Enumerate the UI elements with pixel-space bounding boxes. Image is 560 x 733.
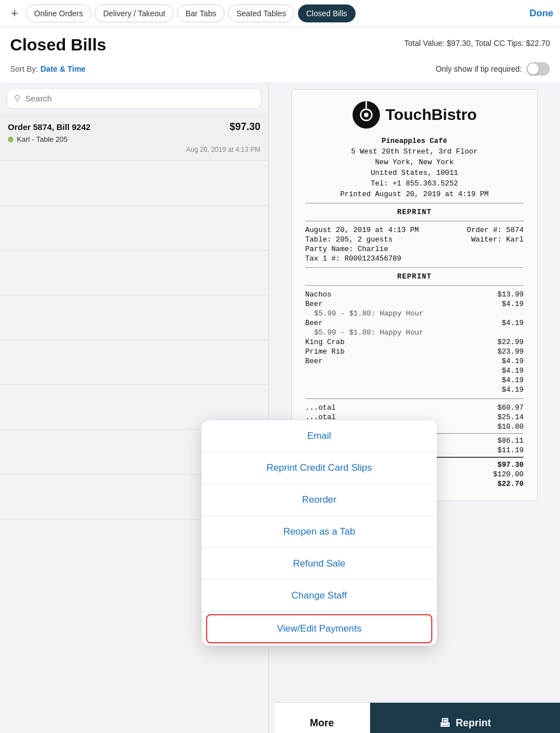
order-date: Aug 20, 2019 at 4:13 PM: [8, 146, 260, 154]
receipt-divider-4: [305, 285, 524, 286]
sort-value[interactable]: Date & Time: [40, 64, 86, 73]
top-navigation: + Online Orders Delivery / Takeout Bar T…: [0, 0, 560, 27]
touchbistro-logo-icon: [352, 101, 380, 129]
receipt-order-datetime: August 20, 2019 at 4:13 PM Order #: 5874: [305, 226, 524, 234]
dropdown-view-edit-payments[interactable]: View/Edit Payments: [206, 614, 432, 643]
search-input[interactable]: [25, 94, 254, 103]
item-beer-3: Beer$4.19: [305, 357, 524, 365]
empty-row-5: [0, 340, 268, 385]
reprint-label-1: REPRINT: [305, 208, 524, 216]
dropdown-refund[interactable]: Refund Sale: [202, 548, 437, 580]
tab-seated-tables[interactable]: Seated Tables: [228, 4, 294, 22]
order-id: Order 5874, Bill 9242: [8, 122, 91, 132]
sort-by-row: Sort By: Date & Time: [10, 64, 86, 74]
restaurant-address2: New York, New York: [305, 158, 524, 166]
order-table: Karl - Table 205: [17, 135, 68, 143]
tab-delivery-takeout[interactable]: Delivery / Takeout: [95, 4, 174, 22]
order-item[interactable]: Order 5874, Bill 9242 $97.30 Karl - Tabl…: [0, 114, 268, 161]
svg-point-2: [364, 113, 368, 117]
item-extra-2: $4.19: [305, 376, 524, 384]
dropdown-change-staff[interactable]: Change Staff: [202, 580, 437, 612]
receipt-logo-row: TouchBistro: [305, 101, 524, 129]
restaurant-tel: Tel: +1 855.363.5252: [305, 179, 524, 188]
empty-row-3: [0, 250, 268, 295]
order-amount: $97.30: [230, 121, 260, 133]
receipt-divider-3: [305, 267, 524, 268]
tab-closed-bills[interactable]: Closed Bills: [298, 4, 356, 22]
more-button[interactable]: More: [274, 703, 370, 733]
tip-toggle-row: Only show if tip required:: [436, 62, 550, 76]
done-button[interactable]: Done: [530, 8, 554, 19]
receipt-divider-1: [305, 203, 524, 203]
receipt-divider-5: [305, 398, 524, 399]
tab-bar-tabs[interactable]: Bar Tabs: [177, 4, 225, 22]
dropdown-email[interactable]: Email: [202, 420, 437, 452]
totals-summary: Total Value: $97.30, Total CC Tips: $22.…: [404, 35, 550, 48]
empty-row-1: [0, 161, 268, 206]
item-beer-2: Beer$4.19: [305, 319, 524, 327]
restaurant-address1: 5 West 20th Street, 3rd Floor: [305, 147, 524, 156]
item-prime-rib: Prime Rib$23.99: [305, 347, 524, 356]
item-beer-2-discount: $5.99 - $1.80: Happy Hour: [314, 328, 524, 337]
tip-required-toggle[interactable]: [526, 62, 550, 76]
receipt-brand: TouchBistro: [386, 106, 477, 124]
empty-row-2: [0, 206, 268, 250]
dropdown-reorder[interactable]: Reorder: [202, 484, 437, 516]
page-header: Closed Bills Total Value: $97.30, Total …: [0, 27, 560, 82]
status-dot: [8, 137, 13, 142]
receipt-tax-id: Tax 1 #: R000123456789: [305, 254, 524, 263]
restaurant-name: Pineapples Café: [305, 137, 524, 145]
receipt-subtotal: ...otal$60.97: [305, 403, 524, 412]
search-icon: ⚲: [14, 93, 21, 104]
tip-toggle-label: Only show if tip required:: [436, 64, 522, 73]
action-dropdown: Email Reprint Credit Card Slips Reorder …: [202, 420, 437, 646]
receipt-printed: Printed August 20, 2019 at 4:19 PM: [305, 190, 524, 198]
reprint-label-2: REPRINT: [305, 272, 524, 281]
receipt-party: Party Name: Charlie: [305, 245, 524, 253]
printer-icon: 🖶: [439, 717, 450, 730]
add-button[interactable]: +: [7, 6, 22, 21]
sort-label: Sort By:: [10, 64, 38, 73]
tab-online-orders[interactable]: Online Orders: [26, 4, 91, 22]
bottom-bar: More 🖶 Reprint: [274, 702, 560, 733]
item-extra-3: $4.19: [305, 386, 524, 394]
empty-row-4: [0, 295, 268, 340]
toggle-knob: [528, 63, 539, 75]
item-nachos: Nachos$13.99: [305, 290, 524, 299]
receipt-divider-2: [305, 221, 524, 221]
dropdown-reopen-tab[interactable]: Reopen as a Tab: [202, 516, 437, 548]
item-extra-1: $4.19: [305, 366, 524, 375]
receipt-table-waiter: Table: 205, 2 guests Waiter: Karl: [305, 235, 524, 244]
search-bar[interactable]: ⚲: [7, 88, 262, 109]
reprint-button[interactable]: 🖶 Reprint: [370, 703, 560, 733]
restaurant-address3: United States, 10011: [305, 169, 524, 177]
item-beer-1-discount: $5.99 - $1.80: Happy Hour: [314, 309, 524, 318]
item-king-crab: King Crab$22.99: [305, 338, 524, 346]
dropdown-reprint-cc[interactable]: Reprint Credit Card Slips: [202, 452, 437, 484]
reprint-label: Reprint: [456, 717, 491, 729]
item-beer-1: Beer$4.19: [305, 300, 524, 308]
page-title: Closed Bills: [10, 35, 106, 54]
